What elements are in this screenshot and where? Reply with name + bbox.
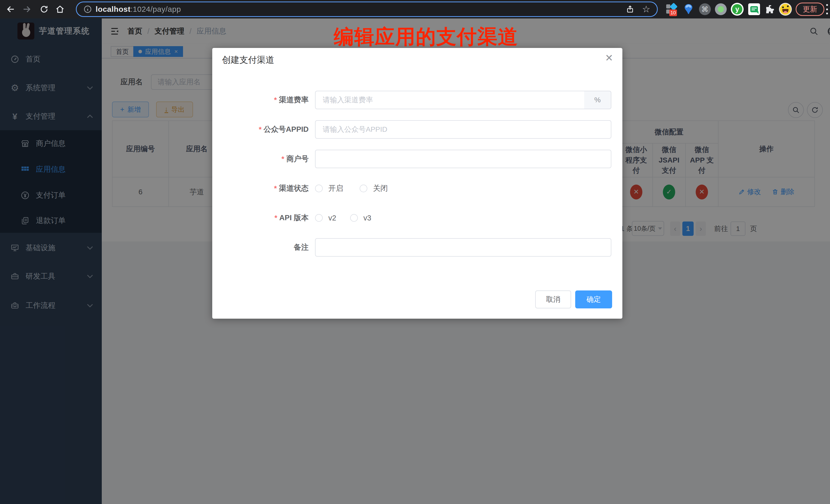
api-version-label: * API 版本 bbox=[212, 209, 309, 227]
rate-label: * 渠道费率 bbox=[212, 91, 309, 109]
browser-reload-icon[interactable] bbox=[37, 3, 51, 16]
appid-label: * 公众号APPID bbox=[212, 120, 309, 139]
remark-input[interactable] bbox=[315, 238, 611, 257]
status-label: * 渠道状态 bbox=[212, 179, 309, 198]
extension-pin-icon[interactable] bbox=[682, 3, 695, 16]
browser-forward-icon[interactable] bbox=[20, 3, 33, 16]
cancel-button[interactable]: 取消 bbox=[535, 290, 571, 308]
browser-menu-icon[interactable] bbox=[826, 4, 828, 14]
radio-circle-icon bbox=[360, 185, 367, 192]
dialog-close-icon[interactable]: ✕ bbox=[605, 53, 613, 63]
field-row-remark: 备注 bbox=[212, 238, 622, 257]
profile-avatar-emoji[interactable] bbox=[779, 3, 792, 16]
extension-y-icon[interactable]: y bbox=[731, 3, 744, 16]
radio-status-close[interactable]: 关闭 bbox=[360, 183, 388, 194]
browser-home-icon[interactable] bbox=[53, 3, 67, 16]
merchant-label: * 商户号 bbox=[212, 150, 309, 168]
url-text: localhost:1024/pay/app bbox=[96, 5, 181, 13]
appid-input[interactable] bbox=[315, 120, 611, 139]
radio-circle-icon bbox=[350, 214, 358, 222]
radio-circle-icon bbox=[315, 214, 323, 222]
merchant-input[interactable] bbox=[315, 150, 611, 168]
share-icon[interactable] bbox=[626, 5, 634, 13]
bookmark-star-icon[interactable]: ☆ bbox=[642, 5, 650, 14]
extensions-puzzle-icon[interactable] bbox=[763, 3, 777, 16]
dialog-title: 创建支付渠道 bbox=[222, 54, 274, 66]
field-row-api-version: * API 版本 v2 v3 bbox=[212, 209, 622, 227]
create-pay-channel-dialog: 创建支付渠道 ✕ * 渠道费率 % * 公众号APPID * 商户号 bbox=[212, 48, 622, 319]
extension-chat-icon[interactable] bbox=[747, 3, 761, 16]
rate-input[interactable] bbox=[315, 91, 585, 109]
annotation-text: 编辑应用的支付渠道 bbox=[334, 24, 518, 51]
browser-update-button[interactable]: 更新 bbox=[796, 3, 824, 16]
confirm-button[interactable]: 确定 bbox=[575, 290, 612, 308]
extension-green-dot-icon[interactable] bbox=[714, 3, 728, 16]
radio-api-v3[interactable]: v3 bbox=[350, 214, 372, 222]
field-row-status: * 渠道状态 开启 关闭 bbox=[212, 179, 622, 198]
screen: localhost:1024/pay/app ☆ 10 ⌘ y bbox=[0, 0, 830, 504]
field-row-merchant: * 商户号 bbox=[212, 150, 622, 168]
radio-status-open[interactable]: 开启 bbox=[315, 183, 343, 194]
browser-chrome: localhost:1024/pay/app ☆ 10 ⌘ y bbox=[0, 0, 830, 19]
radio-api-v2[interactable]: v2 bbox=[315, 214, 336, 222]
field-row-rate: * 渠道费率 % bbox=[212, 91, 622, 109]
extension-badge: 10 bbox=[669, 9, 677, 16]
rate-append-percent: % bbox=[584, 91, 611, 109]
radio-circle-icon bbox=[315, 185, 323, 192]
remark-label: 备注 bbox=[212, 238, 309, 257]
field-row-appid: * 公众号APPID bbox=[212, 120, 622, 139]
extension-command-icon[interactable]: ⌘ bbox=[698, 3, 711, 16]
address-bar[interactable]: localhost:1024/pay/app ☆ bbox=[76, 2, 658, 17]
browser-back-icon[interactable] bbox=[4, 3, 18, 16]
extension-tabs-icon[interactable]: 10 bbox=[665, 3, 679, 16]
